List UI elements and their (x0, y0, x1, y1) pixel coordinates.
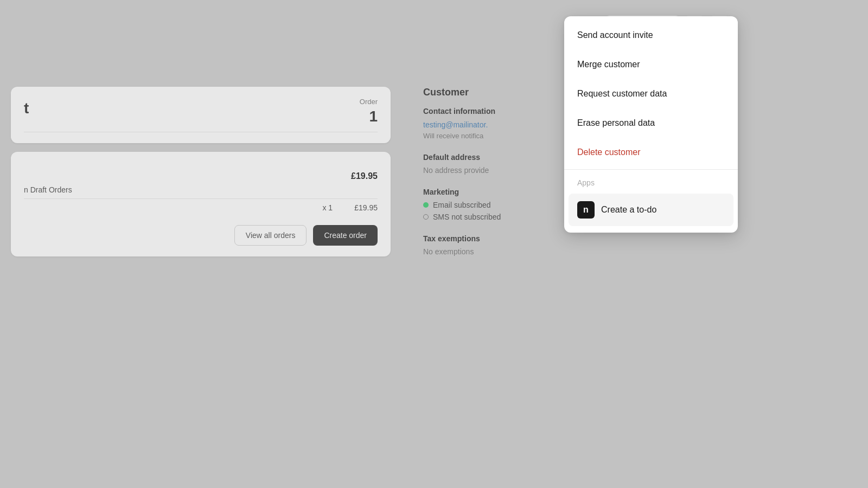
app-icon: n (577, 201, 595, 219)
create-todo-item[interactable]: n Create a to-do (569, 194, 733, 226)
send-account-invite-item[interactable]: Send account invite (564, 21, 738, 50)
erase-personal-data-item[interactable]: Erase personal data (564, 108, 738, 138)
merge-customer-item[interactable]: Merge customer (564, 50, 738, 79)
more-actions-dropdown: Send account invite Merge customer Reque… (564, 16, 738, 233)
dropdown-divider (564, 169, 738, 170)
apps-section-label: Apps (564, 172, 738, 191)
dropdown-overlay (0, 0, 868, 488)
create-todo-label: Create a to-do (601, 205, 656, 215)
request-customer-data-item[interactable]: Request customer data (564, 79, 738, 108)
delete-customer-item[interactable]: Delete customer (564, 138, 738, 167)
